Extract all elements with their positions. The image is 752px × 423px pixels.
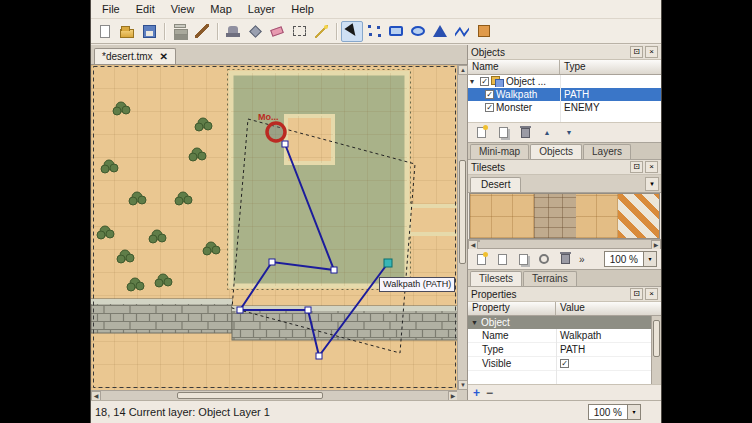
selected-path-node[interactable]	[384, 259, 392, 267]
walkpath-visible-checkbox[interactable]: ✓	[485, 90, 494, 99]
column-name[interactable]: Name	[468, 60, 560, 74]
walkpath-row[interactable]: ✓ Walkpath PATH	[468, 88, 661, 101]
tileset-preview[interactable]	[469, 193, 660, 239]
tab-terrains[interactable]: Terrains	[523, 271, 577, 286]
map-zoom-dropdown-icon[interactable]: ▾	[627, 405, 640, 419]
tileset-zoom-combo[interactable]: 100 % ▾	[604, 251, 657, 267]
properties-scroll-thumb[interactable]	[653, 320, 660, 357]
path-node[interactable]	[316, 353, 322, 359]
menu-layer[interactable]: Layer	[240, 1, 284, 17]
document-tab[interactable]: *desert.tmx ✕	[94, 48, 176, 64]
objects-toolbar: ▲ ▼	[468, 122, 661, 142]
insert-polyline-icon	[455, 25, 469, 37]
column-value[interactable]: Value	[556, 302, 661, 315]
brush-icon	[195, 24, 209, 38]
path-node[interactable]	[282, 141, 288, 147]
remove-property-button[interactable]: −	[486, 387, 493, 399]
map-zoom-combo[interactable]: 100 % ▾	[588, 404, 641, 420]
property-row-visible[interactable]: Visible ✓	[468, 357, 661, 371]
tab-close-icon[interactable]: ✕	[160, 52, 168, 62]
monster-visible-checkbox[interactable]: ✓	[485, 103, 494, 112]
tab-minimap[interactable]: Mini-map	[470, 144, 529, 159]
tileset-scroll-thumb[interactable]	[478, 240, 480, 242]
stamp-button[interactable]	[222, 21, 244, 42]
export-tileset-button[interactable]	[514, 251, 532, 267]
properties-float-icon[interactable]: ⊡	[630, 288, 643, 300]
insert-polyline-button[interactable]	[451, 21, 473, 42]
property-row-name[interactable]: Name Walkpath	[468, 329, 661, 343]
monster-row[interactable]: ✓ Monster ENEMY	[468, 101, 661, 114]
menu-map[interactable]: Map	[202, 1, 239, 17]
tileset-list-dropdown-icon[interactable]: ▾	[645, 177, 659, 191]
tileset-properties-button[interactable]	[535, 251, 553, 267]
new-tileset-icon	[477, 254, 486, 265]
import-tileset-button[interactable]	[493, 251, 511, 267]
status-position-and-layer: 18, 14 Current layer: Object Layer 1	[95, 406, 270, 418]
properties-close-icon[interactable]: ×	[645, 288, 658, 300]
tileset-tab-desert[interactable]: Desert	[470, 177, 521, 192]
menu-view[interactable]: View	[163, 1, 203, 17]
open-button[interactable]	[116, 21, 138, 42]
magic-wand-button[interactable]	[310, 21, 332, 42]
menu-help[interactable]: Help	[283, 1, 322, 17]
insert-tile-button[interactable]	[473, 21, 495, 42]
toolbar-overflow-icon[interactable]: »	[577, 254, 587, 265]
object-layer-row[interactable]: ▾ ✓ Object ...	[468, 75, 661, 88]
path-node[interactable]	[331, 267, 337, 273]
visible-checkbox[interactable]: ✓	[560, 359, 569, 368]
remove-tileset-button[interactable]	[556, 251, 574, 267]
path-node[interactable]	[305, 307, 311, 313]
stamp-icon	[228, 26, 238, 33]
tab-objects[interactable]: Objects	[530, 144, 582, 159]
tileset-zoom-dropdown-icon[interactable]: ▾	[643, 252, 656, 266]
monster-ellipse[interactable]	[267, 123, 285, 141]
column-type[interactable]: Type	[560, 60, 661, 74]
insert-ellipse-button[interactable]	[407, 21, 429, 42]
eraser-button[interactable]	[266, 21, 288, 42]
vscroll-thumb[interactable]	[459, 160, 466, 264]
insert-polygon-button[interactable]	[429, 21, 451, 42]
new-button[interactable]	[94, 21, 116, 42]
menu-file[interactable]: File	[94, 1, 128, 17]
save-button[interactable]	[138, 21, 160, 42]
property-row-type[interactable]: Type PATH	[468, 343, 661, 357]
map-horizontal-scrollbar[interactable]: ◀ ▶	[91, 390, 458, 400]
scroll-up-icon[interactable]: ▲	[458, 65, 468, 75]
map-vertical-scrollbar[interactable]: ▲ ▼	[457, 65, 467, 390]
hscroll-thumb[interactable]	[177, 392, 323, 399]
select-objects-button[interactable]	[341, 21, 363, 42]
tilesets-float-icon[interactable]: ⊡	[630, 161, 643, 173]
duplicate-object-button[interactable]	[494, 125, 512, 141]
tileset-scrollbar[interactable]: ◀ ▶	[468, 239, 661, 249]
new-tileset-button[interactable]	[472, 251, 490, 267]
tilesets-close-icon[interactable]: ×	[645, 161, 658, 173]
content-area: *desert.tmx ✕	[91, 45, 661, 400]
add-object-button[interactable]	[472, 125, 490, 141]
tileset-brick-tiles	[534, 194, 576, 238]
objects-float-icon[interactable]: ⊡	[630, 46, 643, 58]
tab-layers[interactable]: Layers	[583, 144, 631, 159]
scroll-down-icon[interactable]: ▼	[458, 380, 468, 390]
brush-button[interactable]	[191, 21, 213, 42]
menu-edit[interactable]: Edit	[128, 1, 163, 17]
property-group-row[interactable]: ▼ Object	[468, 316, 661, 329]
properties-scrollbar[interactable]	[651, 316, 661, 384]
layer-stack-button[interactable]	[169, 21, 191, 42]
layer-visible-checkbox[interactable]: ✓	[480, 77, 489, 86]
tab-tilesets[interactable]: Tilesets	[470, 271, 522, 286]
raise-object-button[interactable]: ▲	[538, 125, 556, 141]
fill-button[interactable]	[244, 21, 266, 42]
edit-polygons-button[interactable]	[363, 21, 385, 42]
column-property[interactable]: Property	[468, 302, 556, 315]
path-node[interactable]	[237, 307, 243, 313]
group-expander-icon[interactable]: ▼	[471, 319, 478, 326]
add-property-button[interactable]: +	[473, 387, 480, 399]
lower-object-button[interactable]: ▼	[560, 125, 578, 141]
rect-select-button[interactable]	[288, 21, 310, 42]
path-node[interactable]	[269, 259, 275, 265]
remove-object-button[interactable]	[516, 125, 534, 141]
expander-icon[interactable]: ▾	[470, 78, 478, 86]
map-canvas[interactable]: Mo... Walkpath (PATH)	[91, 65, 458, 390]
objects-close-icon[interactable]: ×	[645, 46, 658, 58]
insert-rectangle-button[interactable]	[385, 21, 407, 42]
